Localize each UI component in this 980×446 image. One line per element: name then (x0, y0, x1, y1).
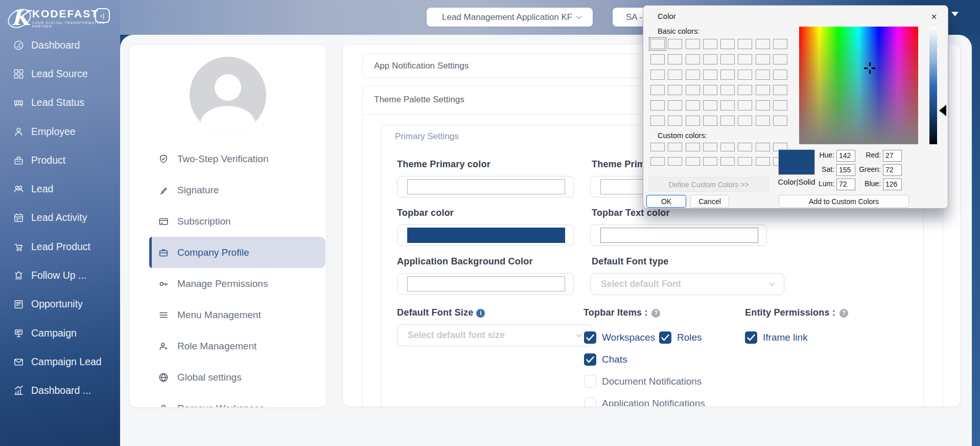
add-to-custom-colors-button[interactable]: Add to Custom Colors (779, 195, 909, 208)
red-value-input[interactable]: 27 (883, 150, 902, 162)
basic-color-swatch[interactable] (703, 70, 717, 80)
basic-color-swatch[interactable] (756, 85, 770, 95)
custom-color-swatch[interactable] (738, 157, 752, 166)
custom-color-swatch[interactable] (756, 143, 770, 151)
basic-color-swatch[interactable] (720, 85, 735, 95)
basic-color-swatch[interactable] (720, 70, 735, 80)
luminance-slider-arrow-icon[interactable] (939, 105, 946, 116)
basic-color-swatch[interactable] (650, 54, 665, 64)
basic-color-swatch[interactable] (703, 116, 717, 126)
topbar-text-color-input[interactable] (590, 225, 767, 246)
custom-color-swatch[interactable] (650, 143, 665, 151)
custom-color-swatch[interactable] (650, 157, 665, 166)
checkbox-application-notifications[interactable]: Application Notifications (584, 397, 705, 407)
help-icon[interactable]: ? (839, 309, 848, 318)
account-dropdown-chevron-icon[interactable] (951, 12, 959, 16)
sidebar-item[interactable]: Lead (0, 174, 120, 203)
profile-menu-item[interactable]: Company Profile (149, 237, 325, 268)
basic-color-swatch[interactable] (686, 39, 700, 49)
checkbox-document-notifications[interactable]: Document Notifications (584, 375, 702, 388)
custom-color-swatch[interactable] (668, 143, 682, 151)
custom-color-swatch[interactable] (720, 143, 735, 151)
profile-menu-item[interactable]: Global settings (149, 362, 325, 393)
default-font-type-select[interactable]: Select default Font (590, 273, 784, 295)
define-custom-colors-button[interactable]: Define Custom Colors >> (648, 177, 769, 192)
sidebar-item[interactable]: Dashboard (0, 31, 120, 59)
sidebar-item[interactable]: Lead Status (0, 88, 120, 117)
basic-color-swatch[interactable] (686, 116, 700, 126)
basic-color-swatch[interactable] (668, 100, 682, 110)
basic-color-swatch[interactable] (703, 85, 717, 95)
basic-color-swatch[interactable] (650, 116, 665, 126)
sidebar-collapse-icon[interactable]: ›| (95, 8, 110, 23)
profile-menu-item[interactable]: Subscription (149, 206, 325, 237)
sidebar-item[interactable]: Dashboard ... (0, 376, 120, 405)
custom-color-swatch[interactable] (703, 143, 717, 151)
basic-color-swatch[interactable] (668, 116, 682, 126)
custom-color-swatch[interactable] (720, 157, 735, 166)
basic-color-swatch[interactable] (703, 100, 717, 110)
sidebar-item[interactable]: Lead Activity (0, 204, 120, 232)
basic-color-swatch[interactable] (668, 70, 682, 80)
basic-color-swatch[interactable] (773, 70, 787, 80)
sidebar-item[interactable]: Campaign Lead (0, 347, 120, 376)
custom-color-swatch[interactable] (738, 143, 752, 151)
basic-color-swatch[interactable] (650, 85, 665, 95)
checkbox-iframe-link[interactable]: Iframe link (745, 331, 808, 344)
basic-color-swatch[interactable] (686, 100, 700, 110)
basic-color-swatch[interactable] (686, 54, 700, 64)
custom-color-swatch[interactable] (703, 157, 717, 166)
basic-color-swatch[interactable] (650, 100, 665, 110)
sidebar-item[interactable]: Opportunity (0, 290, 120, 319)
basic-color-swatch[interactable] (756, 100, 770, 110)
custom-color-swatch[interactable] (686, 157, 700, 166)
checkbox-roles[interactable]: Roles (659, 331, 702, 344)
custom-color-swatch[interactable] (756, 157, 770, 166)
checkbox-workspaces[interactable]: Workspaces (584, 331, 655, 344)
ok-button[interactable]: OK (646, 195, 686, 208)
basic-color-swatch[interactable] (756, 70, 770, 80)
workspace-selector[interactable]: Lead Management Application KF (427, 8, 593, 27)
basic-color-swatch[interactable] (668, 39, 682, 49)
profile-menu-item[interactable]: Remove Workspace (149, 393, 325, 408)
accordion-title[interactable]: Theme Palette Settings (374, 95, 464, 105)
sidebar-item[interactable]: Follow Up ... (0, 261, 120, 289)
basic-color-swatch[interactable] (738, 39, 752, 49)
basic-color-swatch[interactable] (773, 85, 787, 95)
profile-menu-item[interactable]: Signature (149, 174, 325, 206)
close-icon[interactable]: ✕ (927, 11, 941, 23)
sidebar-item[interactable]: Product (0, 146, 120, 174)
basic-color-swatch[interactable] (650, 70, 665, 80)
basic-color-swatch[interactable] (756, 116, 770, 126)
sidebar-item[interactable]: Lead Product (0, 232, 120, 261)
basic-color-swatch[interactable] (773, 39, 787, 49)
basic-color-swatch[interactable] (738, 70, 752, 80)
info-icon[interactable]: i (476, 309, 485, 318)
luminance-slider[interactable] (929, 27, 937, 144)
basic-color-swatch[interactable] (738, 54, 752, 64)
theme-primary-color-input[interactable] (397, 176, 574, 197)
sidebar-item[interactable]: Lead Source (0, 59, 120, 88)
basic-color-swatch[interactable] (720, 39, 735, 49)
custom-color-swatch[interactable] (686, 143, 700, 151)
basic-color-swatch[interactable] (773, 54, 787, 64)
sidebar-item[interactable]: Employee (0, 117, 120, 146)
basic-color-swatch[interactable] (773, 100, 787, 110)
topbar-color-input[interactable] (397, 225, 574, 246)
basic-color-swatch[interactable] (668, 85, 682, 95)
blue-value-input[interactable]: 126 (883, 179, 902, 190)
green-value-input[interactable]: 72 (883, 164, 902, 176)
application-background-color-input[interactable] (397, 273, 574, 295)
basic-color-swatch[interactable] (756, 54, 770, 64)
profile-menu-item[interactable]: Two-Step Verification (149, 143, 325, 174)
basic-color-swatch[interactable] (720, 116, 735, 126)
basic-color-swatch[interactable] (738, 85, 752, 95)
color-crosshair-icon[interactable] (864, 62, 875, 74)
checkbox-chats[interactable]: Chats (584, 353, 627, 366)
basic-color-swatch[interactable] (720, 54, 735, 64)
profile-menu-item[interactable]: Menu Management (149, 299, 325, 330)
basic-color-swatch[interactable] (703, 39, 717, 49)
profile-menu-item[interactable]: Role Management (149, 330, 325, 362)
hue-saturation-field[interactable] (799, 27, 918, 144)
default-font-size-select[interactable]: Select default font size (397, 324, 591, 346)
